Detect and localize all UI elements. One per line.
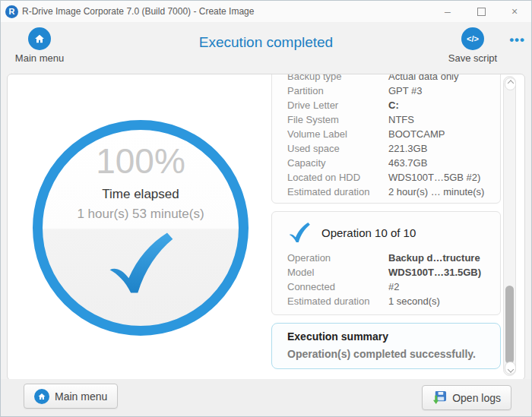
detail-value: WDS100T…31.5GB) <box>388 265 481 280</box>
more-menu-button[interactable]: ••• <box>509 33 525 48</box>
save-disk-icon <box>432 390 447 405</box>
detail-value: Backup d…tructure <box>388 251 480 265</box>
detail-row: Used space221.3GB <box>287 141 494 156</box>
maximize-icon[interactable] <box>464 1 498 22</box>
detail-row: Located on HDDWDS100T…5GB #2) <box>287 170 494 185</box>
detail-value: Actual data only <box>388 74 459 84</box>
window-title: R-Drive Image Corporate 7.0 (Build 7000)… <box>22 6 254 17</box>
detail-row: PartitionGPT #3 <box>287 84 494 98</box>
detail-label: Estimated duration <box>287 294 388 308</box>
detail-row: OperationBackup d…tructure <box>287 251 494 265</box>
scroll-up-button[interactable] <box>505 77 516 90</box>
save-script-label: Save script <box>448 52 497 64</box>
open-logs-button[interactable]: Open logs <box>422 385 511 410</box>
detail-label: Estimated duration <box>287 185 388 199</box>
detail-label: File System <box>287 112 388 127</box>
operation-title: Operation 10 of 10 <box>321 226 416 239</box>
save-script-button[interactable]: </> Save script <box>445 27 501 64</box>
detail-row: ModelWDS100T…31.5GB) <box>287 265 494 280</box>
chevron-up-icon <box>507 80 513 86</box>
detail-label: Model <box>287 265 388 280</box>
detail-row: Volume LabelBOOTCAMP <box>287 127 494 141</box>
detail-label: Volume Label <box>287 127 388 141</box>
detail-label: Connected <box>287 280 388 294</box>
minimize-icon[interactable]: – <box>431 1 464 22</box>
detail-value: GPT #3 <box>388 84 423 98</box>
details-column: Backup typeActual data onlyPartitionGPT … <box>271 74 501 380</box>
backup-details-card: Backup typeActual data onlyPartitionGPT … <box>271 74 501 204</box>
content-panel: 100% Time elapsed 1 hour(s) 53 minute(s)… <box>7 74 525 381</box>
scrollbar-thumb[interactable] <box>505 286 514 364</box>
main-menu-label: Main menu <box>15 52 64 64</box>
code-icon: </> <box>461 27 484 50</box>
scrollbar-track[interactable] <box>503 76 516 376</box>
summary-title: Execution summary <box>287 330 489 343</box>
success-check-icon <box>106 228 176 298</box>
summary-message: Operation(s) completed successfully. <box>287 348 489 360</box>
footer-bar: Main menu Open logs <box>1 379 531 416</box>
close-icon[interactable]: × <box>498 1 531 22</box>
operation-header: Operation 10 of 10 <box>287 221 494 244</box>
progress-circle: 100% Time elapsed 1 hour(s) 53 minute(s) <box>33 120 249 336</box>
detail-value: BOOTCAMP <box>388 127 445 141</box>
app-logo-icon: R <box>5 5 18 18</box>
operation-details-list: OperationBackup d…tructureModelWDS100T…3… <box>287 251 494 308</box>
progress-percent: 100% <box>96 142 185 181</box>
title-bar: R R-Drive Image Corporate 7.0 (Build 700… <box>1 1 531 22</box>
detail-value: NTFS <box>388 112 414 127</box>
scroll-down-button[interactable] <box>505 362 516 374</box>
detail-value: 463.7GB <box>388 156 427 170</box>
home-icon <box>34 389 49 404</box>
time-elapsed-label: Time elapsed <box>102 187 179 202</box>
detail-value: 221.3GB <box>388 141 427 156</box>
operation-card: Operation 10 of 10 OperationBackup d…tru… <box>271 211 501 315</box>
app-window: R R-Drive Image Corporate 7.0 (Build 700… <box>0 0 532 417</box>
detail-value: 2 hour(s) … minute(s) <box>388 185 484 199</box>
main-menu-button-label: Main menu <box>55 390 107 403</box>
detail-label: Partition <box>287 84 388 98</box>
detail-row: File SystemNTFS <box>287 112 494 127</box>
detail-row: Backup typeActual data only <box>287 74 494 84</box>
detail-label: Backup type <box>287 74 388 84</box>
detail-value: C: <box>388 98 399 112</box>
detail-value: WDS100T…5GB #2) <box>388 170 480 185</box>
header: Main menu Execution completed </> Save s… <box>1 22 531 69</box>
detail-row: Drive LetterC: <box>287 98 494 112</box>
checkmark-icon <box>287 221 312 244</box>
backup-details-list: Backup typeActual data onlyPartitionGPT … <box>287 74 494 199</box>
detail-label: Operation <box>287 251 388 265</box>
detail-row: Estimated duration2 hour(s) … minute(s) <box>287 185 494 199</box>
detail-row: Connected#2 <box>287 280 494 294</box>
detail-label: Used space <box>287 141 388 156</box>
detail-label: Located on HDD <box>287 170 388 185</box>
detail-label: Drive Letter <box>287 98 388 112</box>
chevron-down-icon <box>507 366 513 372</box>
detail-row: Capacity463.7GB <box>287 156 494 170</box>
open-logs-button-label: Open logs <box>452 392 501 404</box>
main-menu-button[interactable]: Main menu <box>24 384 118 409</box>
execution-summary-card: Execution summary Operation(s) completed… <box>271 323 501 369</box>
detail-row: Estimated duration1 second(s) <box>287 294 494 308</box>
detail-value: 1 second(s) <box>388 294 440 308</box>
time-elapsed-value: 1 hour(s) 53 minute(s) <box>77 207 204 222</box>
window-controls: – × <box>431 1 531 22</box>
detail-value: #2 <box>388 280 399 294</box>
detail-label: Capacity <box>287 156 388 170</box>
